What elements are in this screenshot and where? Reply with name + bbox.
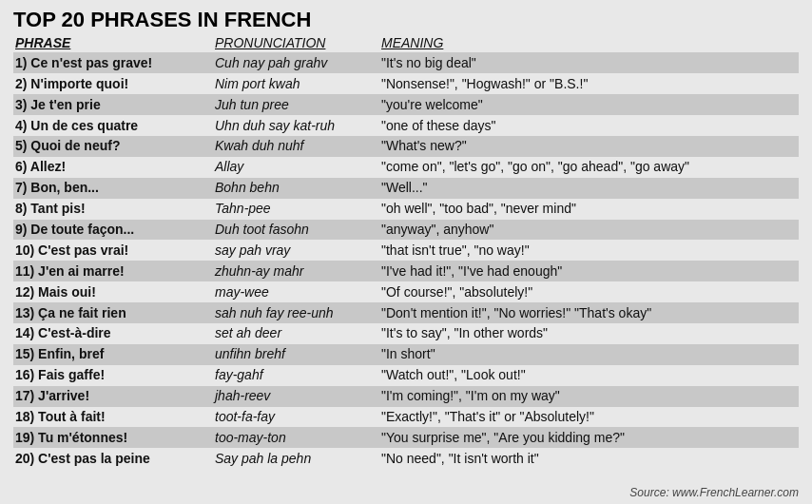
table-row: 20) C'est pas la peineSay pah la pehn"No… [13,448,799,469]
table-row: 14) C'est-à-direset ah deer"It's to say"… [13,323,799,344]
phrases-table: PHRASE PRONUNCIATION MEANING 1) Ce n'est… [13,34,799,469]
meaning-cell: "anyway", anyhow" [379,220,799,241]
phrase-cell: 5) Quoi de neuf? [13,136,213,157]
phrase-cell: 9) De toute façon... [13,220,213,241]
source-credit: Source: www.FrenchLearner.com [629,486,799,499]
pronunciation-cell: Say pah la pehn [213,448,379,469]
phrase-cell: 19) Tu m'étonnes! [13,427,213,448]
phrase-cell: 10) C'est pas vrai! [13,240,213,261]
pronunciation-cell: sah nuh fay ree-unh [213,302,379,323]
phrase-cell: 8) Tant pis! [13,199,213,220]
page-title: TOP 20 PHRASES IN FRENCH [13,8,799,32]
pronunciation-cell: fay-gahf [213,365,379,386]
table-row: 12) Mais oui!may-wee"Of course!", "absol… [13,281,799,302]
pronunciation-cell: jhah-reev [213,386,379,407]
table-row: 18) Tout à fait!toot-fa-fay"Exactly!", "… [13,407,799,428]
meaning-cell: "one of these days" [379,115,799,136]
pronunciation-cell: Nim port kwah [213,73,379,94]
meaning-cell: "I've had it!", "I've had enough" [379,261,799,281]
pronunciation-cell: Allay [213,157,379,178]
phrase-cell: 18) Tout à fait! [13,407,213,428]
table-row: 4) Un de ces quatreUhn duh say kat-ruh"o… [13,115,799,136]
phrase-cell: 3) Je t'en prie [13,94,213,115]
table-row: 10) C'est pas vrai!say pah vray"that isn… [13,240,799,261]
table-row: 15) Enfin, brefunfihn brehf"In short" [13,344,799,365]
phrase-cell: 17) J'arrive! [13,386,213,407]
meaning-cell: "It's to say", "In other words" [379,323,799,344]
pronunciation-cell: Juh tun pree [213,94,379,115]
phrase-cell: 7) Bon, ben... [13,178,213,199]
table-row: 5) Quoi de neuf?Kwah duh nuhf"What's new… [13,136,799,157]
meaning-cell: "What's new?" [379,136,799,157]
meaning-cell: "Well..." [379,178,799,199]
meaning-cell: "come on", "let's go", "go on", "go ahea… [379,157,799,178]
table-row: 6) Allez!Allay"come on", "let's go", "go… [13,157,799,178]
header-meaning: MEANING [379,34,799,52]
pronunciation-cell: Uhn duh say kat-ruh [213,115,379,136]
meaning-cell: "You surprise me", "Are you kidding me?" [379,427,799,448]
pronunciation-cell: too-may-ton [213,427,379,448]
meaning-cell: "oh well", "too bad", "never mind" [379,199,799,220]
pronunciation-cell: Cuh nay pah grahv [213,52,379,73]
table-row: 13) Ça ne fait riensah nuh fay ree-unh"D… [13,302,799,323]
table-row: 7) Bon, ben...Bohn behn"Well..." [13,178,799,199]
main-container: TOP 20 PHRASES IN FRENCH PHRASE PRONUNCI… [0,0,812,504]
phrase-cell: 2) N'importe quoi! [13,73,213,94]
meaning-cell: "Of course!", "absolutely!" [379,281,799,302]
meaning-cell: "In short" [379,344,799,365]
meaning-cell: "Nonsense!", "Hogwash!" or "B.S.!" [379,73,799,94]
phrase-cell: 20) C'est pas la peine [13,448,213,469]
phrase-cell: 6) Allez! [13,157,213,178]
meaning-cell: "Watch out!", "Look out!" [379,365,799,386]
phrase-cell: 16) Fais gaffe! [13,365,213,386]
table-row: 8) Tant pis!Tahn-pee"oh well", "too bad"… [13,199,799,220]
pronunciation-cell: Tahn-pee [213,199,379,220]
table-row: 2) N'importe quoi!Nim port kwah"Nonsense… [13,73,799,94]
phrase-cell: 13) Ça ne fait rien [13,302,213,323]
pronunciation-cell: may-wee [213,281,379,302]
phrase-cell: 15) Enfin, bref [13,344,213,365]
pronunciation-cell: Kwah duh nuhf [213,136,379,157]
meaning-cell: "Exactly!", "That's it" or "Absolutely!" [379,407,799,428]
phrase-cell: 4) Un de ces quatre [13,115,213,136]
phrase-cell: 14) C'est-à-dire [13,323,213,344]
table-row: 3) Je t'en prieJuh tun pree"you're welco… [13,94,799,115]
table-row: 1) Ce n'est pas grave!Cuh nay pah grahv"… [13,52,799,73]
pronunciation-cell: toot-fa-fay [213,407,379,428]
meaning-cell: "you're welcome" [379,94,799,115]
pronunciation-cell: Bohn behn [213,178,379,199]
phrase-cell: 12) Mais oui! [13,281,213,302]
pronunciation-cell: zhuhn-ay mahr [213,261,379,281]
meaning-cell: "It's no big deal" [379,52,799,73]
pronunciation-cell: say pah vray [213,240,379,261]
table-row: 11) J'en ai marre!zhuhn-ay mahr"I've had… [13,261,799,281]
pronunciation-cell: set ah deer [213,323,379,344]
meaning-cell: "that isn't true", "no way!" [379,240,799,261]
meaning-cell: "No need", "It isn't worth it" [379,448,799,469]
table-row: 17) J'arrive!jhah-reev"I'm coming!", "I'… [13,386,799,407]
phrase-cell: 11) J'en ai marre! [13,261,213,281]
table-row: 19) Tu m'étonnes!too-may-ton"You surpris… [13,427,799,448]
table-row: 16) Fais gaffe!fay-gahf"Watch out!", "Lo… [13,365,799,386]
pronunciation-cell: Duh toot fasohn [213,220,379,241]
pronunciation-cell: unfihn brehf [213,344,379,365]
header-phrase: PHRASE [13,34,213,52]
phrase-cell: 1) Ce n'est pas grave! [13,52,213,73]
table-row: 9) De toute façon...Duh toot fasohn"anyw… [13,220,799,241]
meaning-cell: "I'm coming!", "I'm on my way" [379,386,799,407]
meaning-cell: "Don't mention it!", "No worries!" "That… [379,302,799,323]
header-pronunciation: PRONUNCIATION [213,34,379,52]
